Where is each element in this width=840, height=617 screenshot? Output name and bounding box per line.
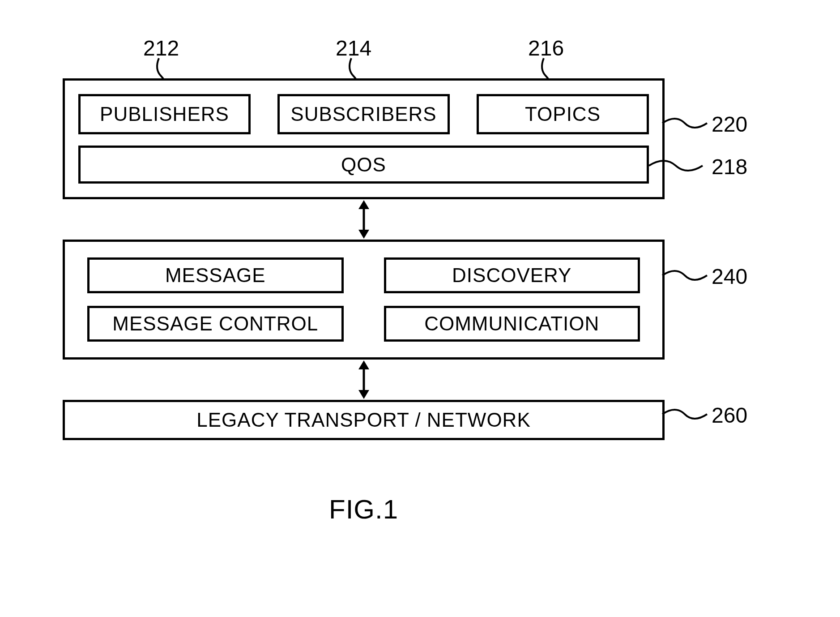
subscribers-box: SUBSCRIBERS — [277, 94, 450, 134]
legacy-transport-box: LEGACY TRANSPORT / NETWORK — [63, 400, 665, 440]
double-arrow-1 — [355, 199, 373, 240]
qos-box: QOS — [78, 146, 649, 184]
svg-marker-5 — [358, 390, 369, 399]
topics-box: TOPICS — [477, 94, 649, 134]
message-control-box: MESSAGE CONTROL — [87, 306, 344, 342]
layer-220: PUBLISHERS SUBSCRIBERS TOPICS QOS — [63, 78, 665, 199]
discovery-box: DISCOVERY — [384, 257, 640, 293]
diagram-container: 212 214 216 PUBLISHERS SUBSCRIBERS TOPIC… — [63, 36, 779, 525]
double-arrow-2 — [355, 360, 373, 400]
ref-214: 214 — [336, 36, 371, 60]
leader-240 — [662, 262, 716, 289]
ref-212: 212 — [143, 36, 179, 60]
ref-216: 216 — [528, 36, 564, 60]
ref-240: 240 — [712, 264, 747, 289]
ref-220: 220 — [712, 112, 747, 137]
figure-label: FIG.1 — [63, 494, 665, 525]
leader-218 — [649, 152, 707, 179]
leader-260 — [662, 401, 716, 428]
layer-240: MESSAGE DISCOVERY MESSAGE CONTROL COMMUN… — [63, 240, 665, 360]
communication-box: COMMUNICATION — [384, 306, 640, 342]
ref-218: 218 — [712, 154, 747, 179]
svg-marker-2 — [358, 230, 369, 239]
svg-marker-1 — [358, 200, 369, 209]
svg-marker-4 — [358, 360, 369, 369]
publishers-box: PUBLISHERS — [78, 94, 251, 134]
message-box: MESSAGE — [87, 257, 344, 293]
leader-220 — [662, 110, 716, 137]
ref-260: 260 — [712, 403, 747, 428]
